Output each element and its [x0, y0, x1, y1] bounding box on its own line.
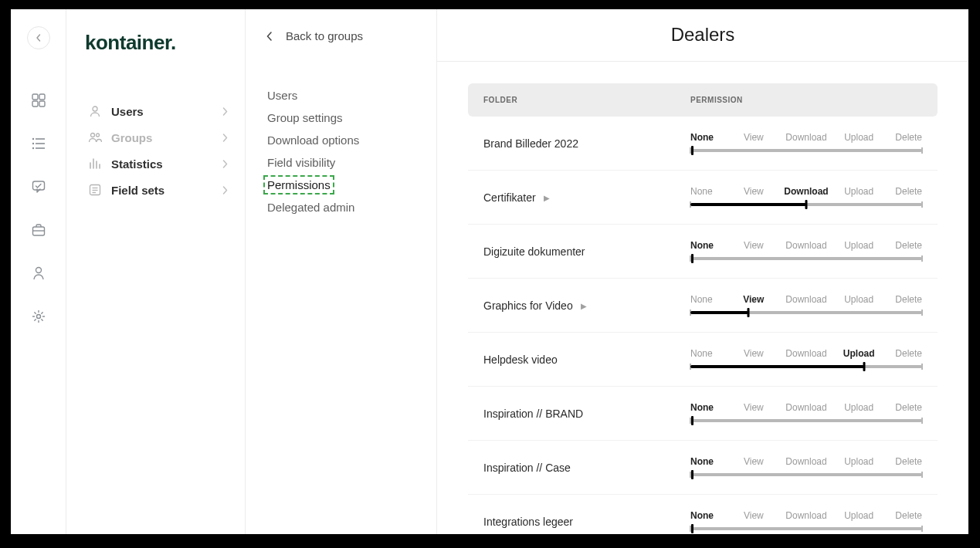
permission-row: Integrations legeerNoneViewDownloadUploa…	[468, 495, 938, 534]
level-label: Download	[780, 456, 832, 467]
slider-handle[interactable]	[863, 362, 866, 371]
permission-slider[interactable]: NoneViewDownloadUploadDelete	[690, 186, 922, 209]
level-label: Delete	[885, 456, 922, 467]
level-label: Upload	[832, 186, 885, 197]
list-icon[interactable]	[29, 134, 48, 153]
slider-handle[interactable]	[748, 308, 750, 317]
level-label: Download	[780, 402, 832, 413]
level-label: View	[727, 132, 780, 143]
folder-name[interactable]: Certifikater▶	[483, 191, 690, 204]
nav-item-fieldsets[interactable]: Field sets	[85, 177, 231, 203]
level-label: View	[727, 294, 780, 305]
main-nav: kontainer. UsersGroupsStatisticsField se…	[66, 9, 246, 534]
slider-handle[interactable]	[805, 200, 808, 209]
nav-item-statistics[interactable]: Statistics	[85, 151, 231, 177]
briefcase-icon[interactable]	[29, 221, 48, 239]
nav-item-users[interactable]: Users	[85, 98, 231, 124]
slider-handle[interactable]	[691, 416, 693, 425]
level-label: View	[727, 348, 780, 359]
nav-item-groups[interactable]: Groups	[85, 124, 231, 151]
slider-handle[interactable]	[691, 146, 693, 155]
permission-slider[interactable]: NoneViewDownloadUploadDelete	[690, 456, 922, 479]
level-label: Delete	[885, 186, 922, 197]
level-label: Download	[780, 294, 832, 305]
permission-row: Certifikater▶NoneViewDownloadUploadDelet…	[468, 171, 938, 225]
icon-rail	[11, 9, 66, 534]
permission-slider[interactable]: NoneViewDownloadUploadDelete	[690, 348, 922, 371]
app-window: kontainer. UsersGroupsStatisticsField se…	[11, 9, 968, 534]
chevron-right-icon	[222, 107, 228, 116]
subnav-item-users[interactable]: Users	[267, 84, 418, 107]
svg-rect-2	[32, 101, 38, 107]
level-label: Download	[780, 240, 832, 251]
back-label: Back to groups	[286, 29, 363, 42]
user-icon[interactable]	[29, 264, 48, 282]
permission-slider[interactable]: NoneViewDownloadUploadDelete	[690, 402, 922, 425]
svg-point-4	[32, 138, 33, 140]
subnav-item-group-settings[interactable]: Group settings	[267, 107, 418, 129]
back-to-groups-link[interactable]: Back to groups	[266, 29, 418, 42]
level-label: Delete	[885, 510, 922, 521]
rail-back-button[interactable]	[27, 26, 50, 49]
svg-rect-0	[32, 94, 38, 100]
brand-logo: kontainer.	[85, 31, 231, 55]
level-label: None	[690, 186, 727, 197]
folder-name[interactable]: Graphics for Video▶	[483, 299, 690, 312]
chevron-left-icon	[35, 34, 42, 42]
chevron-right-icon	[222, 186, 228, 195]
folder-name: Inspiration // Case	[483, 462, 690, 474]
subnav-item-permissions[interactable]: Permissions	[263, 175, 334, 195]
nav-label: Groups	[111, 131, 152, 144]
folder-name: Integrations legeer	[483, 516, 690, 528]
svg-point-8	[32, 147, 33, 149]
svg-point-16	[91, 134, 95, 137]
permission-slider[interactable]: NoneViewDownloadUploadDelete	[690, 510, 922, 533]
permission-slider[interactable]: NoneViewDownloadUploadDelete	[690, 240, 922, 263]
sub-nav: Back to groups UsersGroup settingsDownlo…	[246, 9, 437, 534]
slider-handle[interactable]	[691, 254, 693, 263]
folder-name: Brand Billeder 2022	[483, 137, 690, 150]
permission-row: Digizuite dokumenterNoneViewDownloadUplo…	[468, 225, 938, 279]
slider-handle[interactable]	[691, 470, 693, 479]
level-label: Upload	[832, 132, 885, 143]
level-label: None	[690, 240, 727, 251]
fieldsets-icon	[88, 183, 102, 197]
svg-point-15	[93, 107, 97, 111]
permission-row: Graphics for Video▶NoneViewDownloadUploa…	[468, 279, 938, 333]
main-panel: Dealers FOLDER PERMISSION Brand Billeder…	[437, 9, 968, 534]
stats-icon	[88, 157, 102, 171]
level-label: None	[690, 456, 727, 467]
permission-slider[interactable]: NoneViewDownloadUploadDelete	[690, 294, 922, 317]
permission-row: Brand Billeder 2022NoneViewDownloadUploa…	[468, 117, 938, 171]
level-label: None	[690, 402, 727, 413]
level-label: Delete	[885, 402, 922, 413]
level-label: None	[690, 348, 727, 359]
subnav-item-delegated-admin[interactable]: Delegated admin	[267, 196, 418, 218]
level-label: Upload	[832, 294, 885, 305]
permission-row: Inspiration // CaseNoneViewDownloadUploa…	[468, 441, 938, 495]
subnav-item-download-options[interactable]: Download options	[267, 129, 418, 151]
header-permission: PERMISSION	[690, 96, 922, 104]
level-label: None	[690, 132, 727, 143]
chevron-right-icon	[222, 134, 228, 142]
svg-point-17	[97, 134, 100, 137]
header-folder: FOLDER	[483, 96, 690, 104]
level-label: Upload	[832, 240, 885, 251]
permission-row: Helpdesk videoNoneViewDownloadUploadDele…	[468, 333, 938, 387]
gear-icon[interactable]	[29, 307, 48, 326]
permission-slider[interactable]: NoneViewDownloadUploadDelete	[690, 132, 922, 155]
svg-rect-10	[32, 181, 44, 190]
level-label: Download	[780, 132, 832, 143]
permissions-area: FOLDER PERMISSION Brand Billeder 2022Non…	[437, 62, 968, 534]
user-icon	[88, 104, 102, 118]
groups-icon	[88, 130, 102, 144]
permission-row: Inspiration // BRANDNoneViewDownloadUplo…	[468, 387, 938, 441]
subnav-item-field-visibility[interactable]: Field visibility	[267, 151, 418, 174]
svg-rect-1	[39, 94, 45, 100]
level-label: None	[690, 510, 727, 521]
chat-icon[interactable]	[29, 178, 48, 196]
slider-handle[interactable]	[691, 524, 693, 533]
level-label: View	[727, 186, 780, 197]
dashboard-icon[interactable]	[29, 91, 48, 110]
level-label: None	[690, 294, 727, 305]
